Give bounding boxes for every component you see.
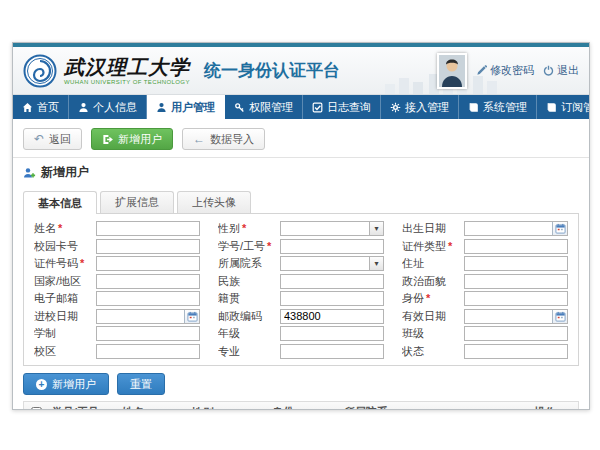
required-asterisk: * — [426, 292, 430, 304]
field-class: 班级 — [402, 326, 568, 342]
add-user-toolbar-button[interactable]: 新增用户 — [91, 128, 173, 150]
name-label: 姓名* — [34, 221, 96, 236]
class-input[interactable] — [464, 326, 568, 341]
change-password-link[interactable]: 修改密码 — [476, 63, 534, 78]
gear-icon — [390, 102, 401, 113]
nav-tab-subscription-management[interactable]: 订阅管理 — [537, 95, 590, 119]
submit-add-user-button[interactable]: + 新增用户 — [23, 373, 109, 395]
study-length-input[interactable] — [96, 326, 200, 341]
field-study-length: 学制 — [34, 326, 200, 342]
submit-add-user-label: 新增用户 — [52, 377, 96, 392]
home-icon — [22, 102, 33, 113]
header-user-area: 修改密码 退出 — [437, 53, 579, 89]
required-asterisk: * — [267, 240, 271, 252]
nav-tab-label: 个人信息 — [93, 100, 137, 115]
email-input[interactable] — [96, 291, 200, 306]
study-length-label: 学制 — [34, 326, 96, 341]
student-id-input[interactable] — [280, 239, 384, 254]
major-input[interactable] — [280, 344, 384, 359]
campus-card-input[interactable] — [96, 239, 200, 254]
field-postal-code: 邮政编码 — [218, 309, 384, 325]
chevron-down-icon[interactable]: ▾ — [369, 257, 383, 270]
power-icon — [543, 65, 554, 76]
ethnicity-input[interactable] — [280, 274, 384, 289]
political-status-input[interactable] — [464, 274, 568, 289]
id-type-input[interactable] — [464, 239, 568, 254]
status-input[interactable] — [464, 344, 568, 359]
form-grid: 姓名*性别*▾出生日期校园卡号学号/工号*证件类型*证件号码*所属院系▾住址国家… — [34, 221, 568, 359]
basic-info-panel: 姓名*性别*▾出生日期校园卡号学号/工号*证件类型*证件号码*所属院系▾住址国家… — [23, 213, 579, 366]
nav-tab-user-management[interactable]: 用户管理 — [147, 95, 225, 119]
field-native-place: 籍贯 — [218, 291, 384, 307]
address-input[interactable] — [464, 256, 568, 271]
reset-button[interactable]: 重置 — [117, 373, 165, 395]
nav-tab-log-query[interactable]: 日志查询 — [303, 95, 381, 119]
nav-tab-label: 接入管理 — [405, 100, 449, 115]
field-campus-card: 校园卡号 — [34, 239, 200, 255]
plus-circle-icon: + — [36, 379, 47, 390]
nav-tab-system-management[interactable]: 系统管理 — [459, 95, 537, 119]
export-icon — [102, 134, 113, 145]
native-place-input[interactable] — [280, 291, 384, 306]
select-all-checkbox[interactable] — [31, 407, 42, 411]
main-content: ↶ 返回 新增用户 ← 数据导入 新增用户 — [13, 119, 589, 410]
book-icon — [468, 102, 479, 113]
field-id-number: 证件号码* — [34, 256, 200, 272]
name-input[interactable] — [96, 221, 200, 236]
back-arrow-icon: ↶ — [34, 133, 44, 145]
nav-tab-label: 订阅管理 — [561, 100, 590, 115]
field-identity: 身份* — [402, 291, 568, 307]
user-avatar[interactable] — [437, 53, 467, 89]
calendar-icon[interactable] — [552, 310, 567, 323]
column-header-6: 操作 — [530, 405, 578, 411]
column-header-2: 姓名 — [118, 405, 188, 411]
postal-code-label: 邮政编码 — [218, 309, 280, 324]
data-import-button[interactable]: ← 数据导入 — [182, 128, 265, 150]
reset-button-label: 重置 — [130, 377, 152, 392]
nav-tab-label: 首页 — [37, 100, 59, 115]
field-email: 电子邮箱 — [34, 291, 200, 307]
native-place-label: 籍贯 — [218, 291, 280, 306]
chevron-down-icon[interactable]: ▾ — [369, 222, 383, 235]
field-gender: 性别*▾ — [218, 221, 384, 237]
grade-input[interactable] — [280, 326, 384, 341]
nav-tab-home[interactable]: 首页 — [13, 95, 69, 119]
political-status-label: 政治面貌 — [402, 274, 464, 289]
add-user-toolbar-label: 新增用户 — [118, 132, 162, 147]
country-region-input[interactable] — [96, 274, 200, 289]
major-label: 专业 — [218, 344, 280, 359]
campus-label: 校区 — [34, 344, 96, 359]
logout-link[interactable]: 退出 — [543, 63, 579, 78]
campus-input[interactable] — [96, 344, 200, 359]
identity-input[interactable] — [464, 291, 568, 306]
tab-extended-info[interactable]: 扩展信息 — [100, 191, 174, 213]
field-department: 所属院系▾ — [218, 256, 384, 272]
calendar-icon[interactable] — [184, 310, 199, 323]
postal-code-input[interactable] — [280, 309, 384, 324]
id-number-label: 证件号码* — [34, 256, 96, 271]
calendar-icon[interactable] — [552, 222, 567, 235]
department-label: 所属院系 — [218, 256, 280, 271]
nav-tab-label: 权限管理 — [249, 100, 293, 115]
book-icon — [546, 102, 557, 113]
nav-tab-profile[interactable]: 个人信息 — [69, 95, 147, 119]
section-title-row: 新增用户 — [23, 164, 579, 181]
back-button[interactable]: ↶ 返回 — [23, 128, 82, 150]
nav-tab-permission-management[interactable]: 权限管理 — [225, 95, 303, 119]
country-region-label: 国家/地区 — [34, 274, 96, 289]
field-major: 专业 — [218, 344, 384, 360]
auth-platform-window: 武汉理工大学 WUHAN UNIVERSITY OF TECHNOLOGY 统一… — [12, 42, 590, 410]
data-import-label: 数据导入 — [210, 132, 254, 147]
nav-tab-access-management[interactable]: 接入管理 — [381, 95, 459, 119]
birth-date-label: 出生日期 — [402, 221, 464, 236]
select-all-cell — [24, 407, 48, 411]
column-header-1: 学号/工号 — [48, 405, 118, 411]
tab-upload-avatar[interactable]: 上传头像 — [177, 191, 251, 213]
required-asterisk: * — [80, 257, 84, 269]
university-name-en: WUHAN UNIVERSITY OF TECHNOLOGY — [64, 79, 190, 85]
tab-basic-info[interactable]: 基本信息 — [23, 191, 97, 214]
grade-label: 年级 — [218, 326, 280, 341]
id-number-input[interactable] — [96, 256, 200, 271]
student-id-label: 学号/工号* — [218, 239, 280, 254]
field-status: 状态 — [402, 344, 568, 360]
